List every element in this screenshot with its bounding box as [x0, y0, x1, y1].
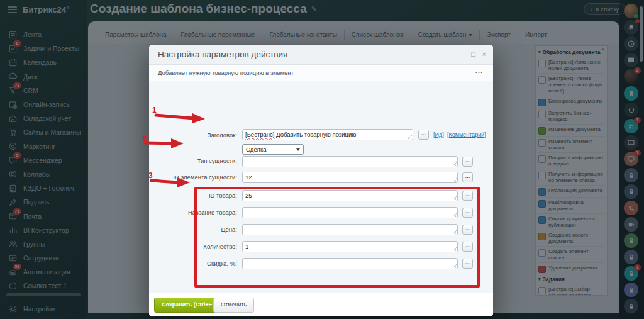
price-input[interactable]	[242, 224, 458, 235]
comment-link[interactable]: [Комментарий]	[447, 132, 486, 138]
price-dots-button[interactable]: ...	[462, 225, 473, 235]
action-settings-modal: Настройка параметров действия □ × Добавл…	[149, 45, 493, 316]
discount-input[interactable]	[242, 258, 458, 269]
field-label-price: Цена:	[149, 226, 237, 233]
field-label-product-name: Название товара:	[149, 209, 237, 216]
modal-description-bar: Добавляет нужную товарную позицию в элем…	[149, 65, 493, 81]
modal-title: Настройка параметров действия	[158, 50, 287, 59]
product-name-dots-button[interactable]: ...	[462, 208, 473, 218]
entity-id-dots-button[interactable]: ...	[462, 172, 473, 182]
entity-type-select[interactable]: Сделка	[242, 144, 304, 155]
annotation-arrow-2	[143, 137, 187, 150]
annotation-number-3: 3	[148, 171, 153, 180]
cancel-button[interactable]: Отменить	[213, 298, 254, 313]
id-link[interactable]: [Ид]	[433, 132, 444, 138]
product-id-input[interactable]: 25	[242, 190, 458, 201]
modal-footer: Сохранить (Ctrl+Enter) Отменить	[149, 293, 493, 316]
field-label-product-id: ID товара:	[149, 192, 237, 199]
field-label-entity-type: Тип сущности:	[149, 157, 237, 164]
action-description: Добавляет нужную товарную позицию в элем…	[158, 69, 294, 76]
quantity-input[interactable]: 1	[242, 241, 458, 252]
product-name-input[interactable]	[242, 207, 458, 218]
product-id-dots-button[interactable]: ...	[462, 191, 473, 201]
entity-type-input[interactable]	[242, 156, 458, 167]
entity-type-dots-button[interactable]: ...	[462, 157, 473, 167]
maximize-icon[interactable]: □	[471, 50, 475, 59]
annotation-number-1: 1	[152, 106, 157, 115]
more-menu-icon[interactable]: ...	[475, 67, 483, 74]
quantity-dots-button[interactable]: ...	[462, 242, 473, 252]
modal-titlebar: Настройка параметров действия □ ×	[149, 45, 493, 65]
title-input[interactable]: [Бестранс] Добавить товарную позицию	[242, 129, 413, 140]
title-dots-button[interactable]: ...	[418, 130, 429, 140]
annotation-arrow-3	[150, 175, 194, 189]
annotation-number-2: 2	[143, 134, 147, 143]
field-label-discount: Скидка, %:	[149, 260, 237, 267]
discount-dots-button[interactable]: ...	[462, 259, 473, 269]
field-label-quantity: Количество:	[149, 243, 237, 250]
entity-id-input[interactable]: 12	[242, 172, 458, 183]
close-icon[interactable]: ×	[482, 50, 486, 59]
annotation-arrow-1	[153, 111, 209, 125]
caret-down-icon	[296, 148, 300, 151]
annotation-red-box	[194, 187, 480, 288]
